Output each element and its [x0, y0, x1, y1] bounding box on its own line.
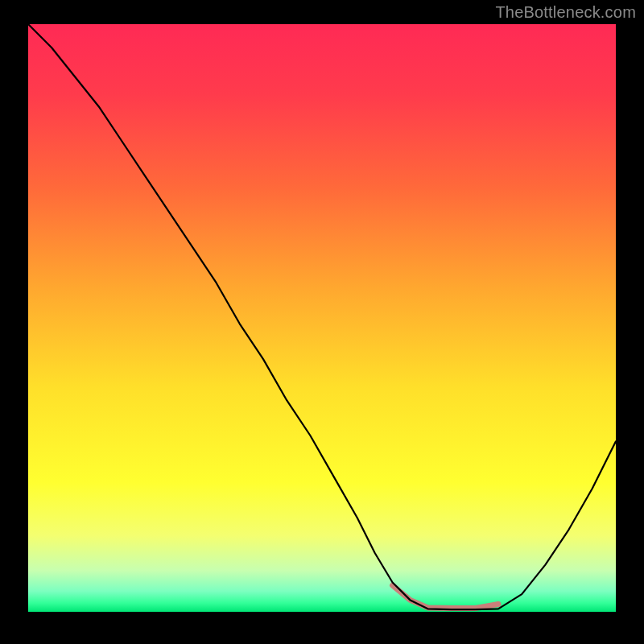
watermark-text: TheBottleneck.com: [495, 3, 636, 22]
chart-container: TheBottleneck.com: [0, 0, 644, 644]
bottleneck-curve: [28, 24, 616, 609]
curve-layer: [28, 24, 616, 612]
flat-bottom-marker: [393, 585, 498, 608]
plot-area: [28, 24, 616, 612]
